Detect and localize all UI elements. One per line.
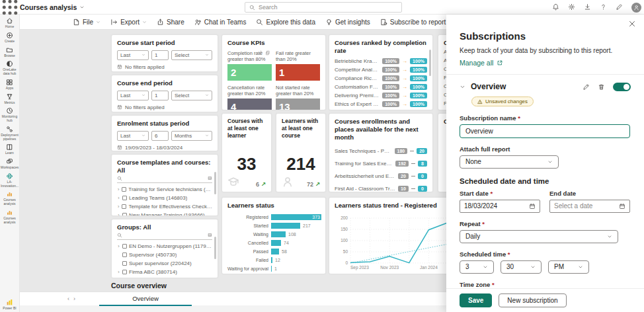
filter-value-input[interactable]: 1 [151, 91, 169, 100]
checkbox[interactable] [122, 204, 126, 209]
sidebar-item-deployment-pipelines[interactable]: Deployment pipelines [0, 126, 20, 141]
bar-row[interactable]: Failed12 [227, 256, 320, 264]
attach-full-report-dropdown[interactable]: None [460, 155, 559, 169]
checkbox[interactable] [122, 253, 127, 257]
global-search-input[interactable]: Search [245, 2, 402, 13]
slicer-item[interactable]: ›Template for Effectiveness Check Cour..… [117, 202, 212, 211]
filter-op-dropdown[interactable]: Last [117, 131, 149, 141]
sidebar-item-create[interactable]: Create [0, 32, 20, 44]
bar-row[interactable]: Cancelled74 [227, 239, 320, 247]
ranked-course-row[interactable]: Ethics of Expert Evidence100%→100% [335, 100, 427, 108]
slicer-item[interactable]: AU Demo - Reporting (117975) [117, 276, 212, 278]
toolbar-get-insights-button[interactable]: Get insights [325, 19, 370, 26]
ranked-course-row[interactable]: External Course100%→100% [335, 108, 427, 110]
sidebar-powerbi-switcher[interactable]: Power BI [0, 299, 20, 311]
download-button[interactable] [584, 1, 591, 13]
enrollment-row[interactable]: Arbeitssicherheit und Erste Hilfe200 [335, 170, 427, 182]
hour-dropdown[interactable]: 3 [460, 260, 494, 274]
start-date-input[interactable]: 18/03/2024 [460, 200, 540, 213]
chevron-down-icon[interactable] [460, 84, 465, 90]
slicer-item[interactable]: Supervisor (450730) [117, 251, 212, 259]
sidebar-item-courses-analysis-11[interactable]: Courses analysis [0, 190, 20, 206]
slicer-item[interactable]: ›Firma ABC (380714) [117, 268, 212, 276]
sidebar-item-learn[interactable]: Learn [0, 143, 20, 155]
sidebar-item-onelake-data-hub[interactable]: OneLake data hub [0, 60, 20, 76]
tab-overview[interactable]: Overview [99, 292, 192, 306]
ranked-course-row[interactable]: Competitor Analysis100%→100% [335, 65, 427, 74]
bar-row[interactable]: Registered373 [227, 213, 320, 221]
chevron-down-icon [547, 159, 553, 165]
sidebar-item-courses-analysis-12[interactable]: Courses analysis [0, 209, 20, 225]
tab-next-button[interactable]: › [73, 295, 75, 302]
repeat-dropdown[interactable]: Daily [460, 230, 618, 243]
toolbar-explore-this-data-button[interactable]: Explore this data [256, 19, 315, 26]
slicer-item[interactable]: ›Training for Service technicians (29172… [117, 185, 212, 194]
sidebar-item-la-innovation[interactable]: LA-Innovation... [0, 173, 20, 188]
slicer-search-input[interactable] [117, 233, 212, 240]
checkbox[interactable] [122, 261, 127, 266]
manage-all-link[interactable]: Manage all [460, 59, 631, 67]
toolbar-subscribe-to-report-button[interactable]: Subscribe to report [380, 19, 446, 26]
toolbar-chat-in-teams-button[interactable]: Chat in Teams [194, 19, 247, 26]
minute-dropdown[interactable]: 30 [501, 260, 542, 274]
ranked-course-row[interactable]: Delivering Premium Service100%→100% [335, 91, 427, 100]
filter-unit-dropdown[interactable]: Select [171, 91, 212, 100]
checkbox[interactable] [122, 196, 127, 200]
feedback-button[interactable] [616, 1, 623, 13]
sidebar-item-monitoring-hub[interactable]: Monitoring hub [0, 107, 20, 123]
bar-row[interactable]: Waiting108 [227, 230, 320, 239]
ranked-course-row[interactable]: Customisation Fundamentals100%→100% [335, 83, 427, 91]
ranked-course-row[interactable]: Compliance Richtlinie 2023100%→100% [335, 74, 427, 83]
save-button[interactable]: Save [460, 293, 492, 307]
bar-row[interactable]: Passed58 [227, 247, 320, 256]
ampm-dropdown[interactable]: PM [548, 260, 589, 274]
person-icon [282, 176, 294, 188]
checkbox[interactable] [122, 244, 127, 249]
help-button[interactable] [600, 1, 607, 13]
filter-op-dropdown[interactable]: Last [117, 50, 149, 60]
sidebar-item-browse[interactable]: Browse [0, 46, 20, 58]
end-date-input[interactable]: Select a date [549, 200, 630, 213]
delete-icon[interactable] [598, 83, 605, 91]
app-title[interactable]: Courses analysis [20, 3, 85, 11]
toolbar-export-button[interactable]: Export [110, 19, 147, 26]
scrollbar[interactable] [429, 50, 431, 76]
checkbox[interactable] [122, 187, 126, 192]
tab-prev-button[interactable]: ‹ [67, 295, 69, 302]
sidebar-item-apps[interactable]: Apps [0, 79, 20, 91]
toolbar-file-button[interactable]: File [73, 19, 101, 26]
subscription-enabled-toggle[interactable] [613, 83, 631, 91]
filter-op-dropdown[interactable]: Last [117, 91, 149, 100]
checkbox[interactable] [122, 213, 127, 216]
subscription-name-input[interactable] [460, 124, 630, 138]
edit-icon[interactable] [583, 83, 590, 91]
close-icon[interactable] [628, 20, 636, 28]
filter-unit-dropdown[interactable]: Months [171, 131, 212, 141]
bar-row[interactable]: Waiting for approval1 [227, 264, 320, 273]
notifications-button[interactable] [552, 1, 559, 13]
slicer-item[interactable]: ›EN Demo - Nutzergruppen (117946) [117, 242, 212, 251]
account-avatar[interactable] [631, 3, 641, 13]
enrollment-row[interactable]: First Aid - Classroom Training100 [335, 182, 427, 192]
slicer-item[interactable]: ›Leading Teams (146803) [117, 194, 212, 202]
filter-value-input[interactable]: 6 [151, 131, 169, 141]
sidebar-item-home[interactable]: Home [0, 17, 20, 29]
slicer-item[interactable]: ›New Manager Training (193666) [117, 211, 212, 216]
waffle-menu-button[interactable] [0, 0, 20, 15]
ranked-course-row[interactable]: Betriebliche Krankenversich...100%→100% [335, 57, 427, 65]
new-subscription-button[interactable]: New subscription [499, 293, 566, 307]
checkbox[interactable] [122, 270, 127, 274]
enrollment-row[interactable]: Training for Sales Executives1928 [335, 157, 427, 170]
enrollment-row[interactable]: Sales Techniques - Part 218020 [335, 145, 427, 157]
sidebar-item-metrics[interactable]: Metrics [0, 93, 20, 105]
bar-row[interactable]: Started217 [227, 221, 320, 230]
scrollbar[interactable] [214, 237, 216, 259]
sidebar-item-workspaces[interactable]: Workspaces [0, 158, 20, 170]
filter-unit-dropdown[interactable]: Select [171, 50, 212, 60]
scrollbar[interactable] [214, 172, 216, 194]
toolbar-share-button[interactable]: Share [157, 19, 184, 26]
slicer-search-input[interactable] [117, 176, 212, 183]
settings-button[interactable] [568, 1, 575, 13]
filter-value-input[interactable]: 1 [151, 50, 169, 60]
slicer-item[interactable]: Super supervisor (220424) [117, 259, 212, 268]
